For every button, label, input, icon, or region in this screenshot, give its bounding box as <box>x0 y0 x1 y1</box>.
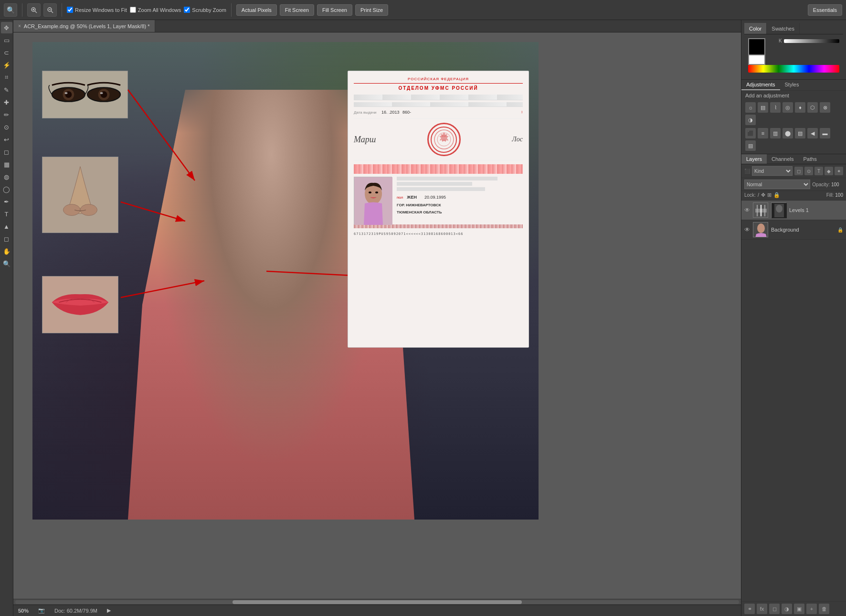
adj-invert[interactable]: ⬤ <box>783 128 793 138</box>
resize-windows-label[interactable]: Resize Windows to Fit <box>75 7 127 13</box>
lock-artboard-icon[interactable]: ⊞ <box>767 192 772 198</box>
play-icon[interactable]: ▶ <box>107 607 111 614</box>
k-slider[interactable] <box>784 39 839 43</box>
foreground-color-swatch[interactable] <box>748 38 765 55</box>
adj-curves[interactable]: ⌇ <box>770 102 781 113</box>
zoom-nose-content <box>42 157 118 233</box>
actual-pixels-button[interactable]: Actual Pixels <box>236 4 277 16</box>
zoom-all-checkbox[interactable] <box>130 7 136 13</box>
opacity-control: Opacity: 100 <box>812 182 843 187</box>
adj-hsl[interactable]: ⬡ <box>807 102 818 113</box>
blur-tool[interactable]: ◍ <box>1 171 12 182</box>
scrubby-zoom-checkbox[interactable] <box>184 7 190 13</box>
path-tool[interactable]: ▲ <box>1 221 12 232</box>
adj-colorbalance[interactable]: ⊗ <box>820 102 830 113</box>
tab-adjustments[interactable]: Adjustments <box>741 80 780 90</box>
adj-bw[interactable]: ◑ <box>745 115 756 125</box>
essentials-button[interactable]: Essentials <box>808 4 842 16</box>
new-layer-button[interactable]: + <box>806 604 817 614</box>
tab-close-icon[interactable]: × <box>18 23 21 29</box>
filter-smart-icon[interactable]: ✦ <box>835 167 843 175</box>
new-group-button[interactable]: ▣ <box>794 604 804 614</box>
passport-issued-by: ОТДЕЛОМ УФМС РОССИЙ <box>354 85 523 91</box>
marquee-tool[interactable]: ▭ <box>1 34 12 46</box>
scrubby-zoom-label[interactable]: Scrubby Zoom <box>192 7 226 13</box>
status-bar: 50% 📷 Doc: 60.2M/79.9M ▶ <box>13 605 741 616</box>
delete-layer-button[interactable]: 🗑 <box>819 604 829 614</box>
color-spectrum[interactable] <box>748 65 839 73</box>
tab-layers[interactable]: Layers <box>741 154 767 164</box>
left-toolbox: ✥ ▭ ⊂ ⚡ ⌗ ✎ ✚ ✏ ⊙ ↩ ◻ ▦ ◍ ◯ ✒ T ▲ ◻ ✋ 🔍 <box>0 20 13 616</box>
filter-label: ⬛ <box>744 169 750 174</box>
horizontal-scrollbar[interactable] <box>13 599 741 605</box>
gradient-tool[interactable]: ▦ <box>1 159 12 170</box>
adj-exposure[interactable]: ◎ <box>783 102 793 113</box>
zoom-out-button[interactable] <box>43 3 57 17</box>
fill-value[interactable]: 100 <box>835 192 843 198</box>
lasso-tool[interactable]: ⊂ <box>1 47 12 58</box>
shape-tool[interactable]: ◻ <box>1 233 12 244</box>
brush-tool[interactable]: ✏ <box>1 109 12 120</box>
document-tab[interactable]: × ACR_Example.dng @ 50% (Levels 1, Layer… <box>13 20 155 32</box>
text-tool[interactable]: T <box>1 208 12 220</box>
lock-move-icon[interactable]: ✥ <box>761 192 765 198</box>
adj-channel-mixer[interactable]: ≡ <box>758 128 768 138</box>
clone-tool[interactable]: ⊙ <box>1 121 12 133</box>
tab-channels[interactable]: Channels <box>767 154 798 164</box>
layer-item-levels[interactable]: 👁 <box>741 201 846 220</box>
filter-type-icon[interactable]: T <box>814 167 823 175</box>
history-brush-tool[interactable]: ↩ <box>1 134 12 145</box>
fill-screen-button[interactable]: Fill Screen <box>317 4 352 16</box>
filter-kind-select[interactable]: Kind <box>752 166 793 176</box>
crop-tool[interactable]: ⌗ <box>1 72 12 83</box>
hand-tool[interactable]: ✋ <box>1 245 12 257</box>
adj-gradient-map[interactable]: ▬ <box>820 128 830 138</box>
layer-item-background[interactable]: 👁 Background 🔒 <box>741 220 846 240</box>
layer-vis-background[interactable]: 👁 <box>744 226 750 233</box>
print-size-button[interactable]: Print Size <box>355 4 388 16</box>
tab-paths[interactable]: Paths <box>799 154 822 164</box>
link-layers-button[interactable]: ⚭ <box>744 604 755 614</box>
fit-screen-button[interactable]: Fit Screen <box>280 4 314 16</box>
tab-color[interactable]: Color <box>744 23 767 34</box>
opacity-value[interactable]: 100 <box>831 182 843 187</box>
heal-tool[interactable]: ✚ <box>1 96 12 108</box>
add-style-button[interactable]: fx <box>757 604 767 614</box>
scroll-track[interactable] <box>15 600 739 604</box>
move-tool[interactable]: ✥ <box>1 22 12 33</box>
zoom-panel-lips <box>42 276 118 333</box>
adj-color-lookup[interactable]: ▥ <box>770 128 781 138</box>
passport-sex: ЖЕН <box>407 194 417 201</box>
tab-styles[interactable]: Styles <box>780 80 804 90</box>
lock-pixels-icon[interactable]: / <box>758 192 759 198</box>
canvas-viewport[interactable]: РОССИЙСКАЯ ФЕДЕРАЦИЯ ОТДЕЛОМ УФМС РОССИЙ… <box>13 32 741 605</box>
lock-all-icon[interactable]: 🔒 <box>773 192 780 198</box>
dodge-tool[interactable]: ◯ <box>1 183 12 195</box>
scroll-thumb[interactable] <box>233 600 522 604</box>
magic-wand-tool[interactable]: ⚡ <box>1 59 12 71</box>
new-fill-button[interactable]: ◑ <box>782 604 792 614</box>
resize-windows-checkbox[interactable] <box>67 7 73 13</box>
filter-shape-icon[interactable]: ◆ <box>825 167 833 175</box>
eyedropper-tool[interactable]: ✎ <box>1 84 12 96</box>
zoom-in-button[interactable] <box>27 3 41 17</box>
blend-mode-select[interactable]: Normal <box>744 180 810 189</box>
separator-3 <box>231 3 232 17</box>
pen-tool[interactable]: ✒ <box>1 196 12 207</box>
adj-threshold[interactable]: ◀ <box>807 128 818 138</box>
filter-pixel-icon[interactable]: ◻ <box>794 167 803 175</box>
eraser-tool[interactable]: ◻ <box>1 146 12 158</box>
add-mask-button[interactable]: ◻ <box>769 604 780 614</box>
tab-swatches[interactable]: Swatches <box>767 23 800 34</box>
adj-vibrance[interactable]: ♦ <box>795 102 805 113</box>
filter-adj-icon[interactable]: ⊙ <box>804 167 813 175</box>
adj-posterize[interactable]: ▧ <box>795 128 805 138</box>
layer-vis-levels[interactable]: 👁 <box>744 207 750 213</box>
adj-photo-filter[interactable]: ⬛ <box>745 128 756 138</box>
zoom-tool-icon[interactable]: 🔍 <box>4 3 17 17</box>
zoom-tool[interactable]: 🔍 <box>1 258 12 269</box>
adj-selective-color[interactable]: ▤ <box>745 140 756 151</box>
adj-brightness[interactable]: ☼ <box>745 102 756 113</box>
adj-levels[interactable]: ▤ <box>758 102 768 113</box>
zoom-all-label[interactable]: Zoom All Windows <box>138 7 181 13</box>
